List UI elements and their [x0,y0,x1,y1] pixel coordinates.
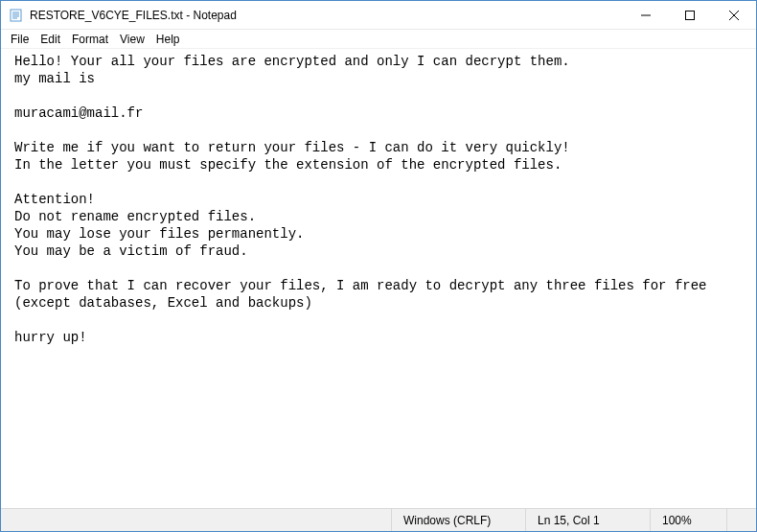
text-line: Hello! Your all your files are encrypted… [14,53,743,70]
menu-edit[interactable]: Edit [34,32,66,47]
menu-file[interactable]: File [5,32,34,47]
menu-help[interactable]: Help [150,32,186,47]
menubar: File Edit Format View Help [1,30,756,49]
text-line: muracami@mail.fr [14,104,743,122]
text-line: To prove that I can recover your files, … [14,277,743,294]
statusbar: Windows (CRLF) Ln 15, Col 1 100% [1,508,756,531]
text-line [14,122,743,139]
window-controls [624,1,756,29]
notepad-window: RESTORE_V6CYE_FILES.txt - Notepad File E… [0,0,757,532]
menu-format[interactable]: Format [66,32,114,47]
statusbar-spacer [1,509,392,531]
text-line: Write me if you want to return your file… [14,139,743,156]
text-line: Do not rename encrypted files. [14,208,743,225]
text-line: You may be a victim of fraud. [14,243,743,260]
notepad-app-icon [9,8,24,23]
maximize-button[interactable] [668,1,712,30]
text-line: You may lose your files permanently. [14,225,743,243]
svg-rect-0 [11,10,21,21]
titlebar: RESTORE_V6CYE_FILES.txt - Notepad [1,1,756,30]
status-zoom: 100% [651,509,727,531]
text-line [14,173,743,191]
text-editor[interactable]: Hello! Your all your files are encrypted… [1,49,756,508]
text-line: my mail is [14,70,743,87]
close-button[interactable] [712,1,756,30]
text-line: Attention! [14,191,743,208]
text-line [14,260,743,277]
text-line: In the letter you must specify the exten… [14,156,743,173]
svg-rect-6 [686,12,695,20]
text-line: (except databases, Excel and backups) [14,294,743,312]
text-line [14,87,743,104]
text-line [14,312,743,329]
minimize-button[interactable] [624,1,668,30]
menu-view[interactable]: View [114,32,150,47]
text-line: hurry up! [14,329,743,346]
status-position: Ln 15, Col 1 [526,509,651,531]
statusbar-tail [727,509,756,531]
status-encoding: Windows (CRLF) [392,509,526,531]
window-title: RESTORE_V6CYE_FILES.txt - Notepad [30,9,624,22]
